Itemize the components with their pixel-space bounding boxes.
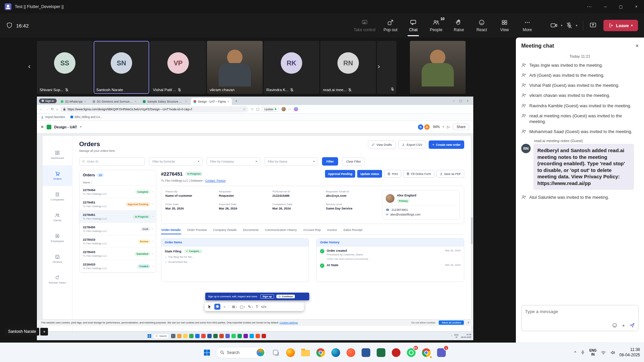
taskbar-search-box[interactable]: Search: [216, 347, 267, 358]
order-row[interactable]: 2216433TL Flex Holdings LLC Created›: [79, 260, 156, 273]
tab-close-icon[interactable]: ×: [84, 100, 86, 103]
forward-icon[interactable]: →: [45, 107, 49, 111]
more-button[interactable]: More: [517, 15, 538, 36]
tab-sales-receipt[interactable]: Sales Receipt: [343, 228, 363, 234]
order-row[interactable]: 2279454TL Flex Holdings LLC Complete›: [79, 186, 156, 198]
sidebar-item-employees[interactable]: Employees: [43, 228, 72, 248]
presenter-pin-button[interactable]: +: [40, 328, 48, 336]
strip-scroll-left-icon[interactable]: ‹: [28, 62, 31, 70]
shared-taskbar-icon[interactable]: [171, 334, 175, 338]
cookies-settings-link[interactable]: Cookies settings: [279, 321, 298, 324]
whatsapp-icon[interactable]: 81: [405, 346, 418, 359]
language-indicator[interactable]: ENGIN: [589, 349, 597, 357]
close-button[interactable]: ×: [629, 0, 644, 13]
chrome-profile-icon[interactable]: [420, 346, 433, 359]
back-icon[interactable]: ←: [40, 107, 43, 111]
shared-clock[interactable]: 11:3808-04-2025: [461, 334, 471, 338]
sidebar-item-clients[interactable]: Clients: [43, 207, 72, 228]
sidebar-item-refresh-token[interactable]: Refresh Token: [43, 269, 72, 290]
shared-taskbar-icon[interactable]: [262, 334, 266, 338]
shared-taskbar-icon[interactable]: [231, 334, 236, 338]
shared-taskbar-icon[interactable]: [256, 334, 260, 338]
new-tab-button[interactable]: +: [233, 99, 239, 103]
attach-plus-icon[interactable]: +: [622, 322, 625, 328]
participant-tile-video[interactable]: vikram chavan: [207, 41, 263, 94]
shared-taskbar-icon[interactable]: [189, 334, 194, 338]
chat-close-icon[interactable]: ×: [636, 43, 639, 49]
tab-communication-history[interactable]: Communication History: [265, 228, 297, 234]
emoji-icon[interactable]: [612, 322, 618, 328]
browser-close-icon[interactable]: ×: [467, 99, 469, 103]
tab-order-preview[interactable]: Order Preview: [187, 228, 207, 234]
tab-company-details[interactable]: Company Details: [213, 228, 237, 234]
shared-taskbar-icon[interactable]: [219, 334, 224, 338]
acrobat-icon[interactable]: [390, 346, 402, 359]
share-screen-button[interactable]: [588, 20, 598, 31]
shared-taskbar-icon[interactable]: [183, 334, 187, 338]
tab-order-details[interactable]: Order Details: [161, 228, 181, 234]
export-csv-button[interactable]: Export CSV: [398, 140, 426, 149]
teams-icon[interactable]: 1: [435, 346, 448, 359]
collections-icon[interactable]: ▢: [256, 107, 259, 111]
filter-status-select[interactable]: Filter by Status▾: [264, 157, 318, 166]
order-row[interactable]: 2278433TL Flex Holdings LLC Review›: [79, 235, 156, 248]
move-tool-icon[interactable]: [208, 305, 211, 309]
tab-close-icon[interactable]: ×: [185, 100, 187, 103]
shared-tray-chevron-icon[interactable]: ^: [451, 335, 452, 337]
zoom-level[interactable]: 94%: [433, 125, 440, 129]
order-id-input[interactable]: [87, 160, 142, 163]
order-row[interactable]: 2279451TL Flex Holdings LLC Approval Pen…: [79, 198, 156, 210]
filter-button[interactable]: Filter: [322, 157, 338, 166]
filter-domicile-select[interactable]: Filter by Domicile▾: [149, 157, 203, 166]
excel-icon[interactable]: [375, 346, 387, 359]
figma-share-button[interactable]: Share: [453, 124, 469, 130]
filter-company-select[interactable]: Filter by Company▾: [207, 157, 260, 166]
participant-tile[interactable]: RK Ravindra K...: [264, 41, 319, 94]
sign-up-button[interactable]: Sign up: [260, 294, 274, 299]
volume-icon[interactable]: [610, 350, 615, 355]
view-button[interactable]: View: [494, 15, 515, 36]
view-drafts-button[interactable]: View Drafts: [368, 140, 395, 149]
approval-pending-button[interactable]: Approval Pending: [325, 170, 356, 178]
browser-tab[interactable]: Sample Salary Structure with calc...×: [140, 98, 190, 105]
shared-taskbar-icon[interactable]: [250, 334, 254, 338]
print-button[interactable]: Print: [384, 170, 401, 178]
save-as-pdf-button[interactable]: Save as PDF: [436, 170, 464, 178]
shared-taskbar-icon[interactable]: [195, 334, 200, 338]
taskbar-clock[interactable]: 11:3808-04-2025: [620, 347, 640, 358]
favorites-bookmark[interactable]: Bills | Billing and Co...: [70, 115, 102, 119]
order-row[interactable]: 2278450TL Flex Holdings LLC Draft›: [79, 223, 156, 235]
browser-tab-active[interactable]: Design - UAT – Figma×: [191, 98, 232, 105]
zoom-dropdown-chevron[interactable]: ▾: [443, 125, 444, 128]
tray-mic-icon[interactable]: [580, 350, 585, 355]
browser-update-button[interactable]: Update: [262, 107, 279, 112]
allow-cookies-button[interactable]: Allow all cookies: [439, 320, 464, 325]
order-id-search[interactable]: [79, 157, 145, 166]
shared-start-button[interactable]: [148, 334, 151, 338]
tab-close-icon[interactable]: ×: [135, 100, 137, 103]
copilot-icon[interactable]: [294, 107, 298, 111]
react-button[interactable]: React: [471, 15, 492, 36]
code-tool-icon[interactable]: </>: [261, 305, 266, 309]
profile-avatar[interactable]: [281, 107, 286, 111]
wifi-icon[interactable]: [601, 350, 606, 355]
contact-phone[interactable]: 2123874901: [391, 208, 408, 212]
pop-out-button[interactable]: Pop out: [380, 15, 401, 36]
browser-signin-button[interactable]: Sign in: [39, 99, 57, 103]
pen-tool-icon[interactable]: ✎▾: [248, 305, 253, 309]
ellipse-tool-icon[interactable]: ○: [223, 305, 226, 309]
task-view-button[interactable]: [269, 346, 282, 359]
participant-tile[interactable]: VP Vishal Patil ...: [150, 41, 206, 94]
take-control-button[interactable]: Take control: [351, 15, 378, 36]
minimize-button[interactable]: ─: [598, 0, 613, 13]
people-button[interactable]: 10 People: [426, 15, 446, 36]
participant-tile[interactable]: SS Shivani Sup...: [37, 41, 93, 94]
camera-button[interactable]: [549, 20, 559, 31]
tab-account-rep[interactable]: Account Rep: [303, 228, 321, 234]
chat-button[interactable]: Chat: [403, 15, 424, 36]
update-status-button[interactable]: Update status: [357, 170, 382, 178]
shared-taskbar-icon[interactable]: [207, 334, 212, 338]
frame-tool-icon[interactable]: ⊞▾: [232, 305, 237, 309]
shared-taskbar-icon[interactable]: [244, 334, 248, 338]
sidebar-item-companies[interactable]: Companies: [43, 186, 72, 207]
